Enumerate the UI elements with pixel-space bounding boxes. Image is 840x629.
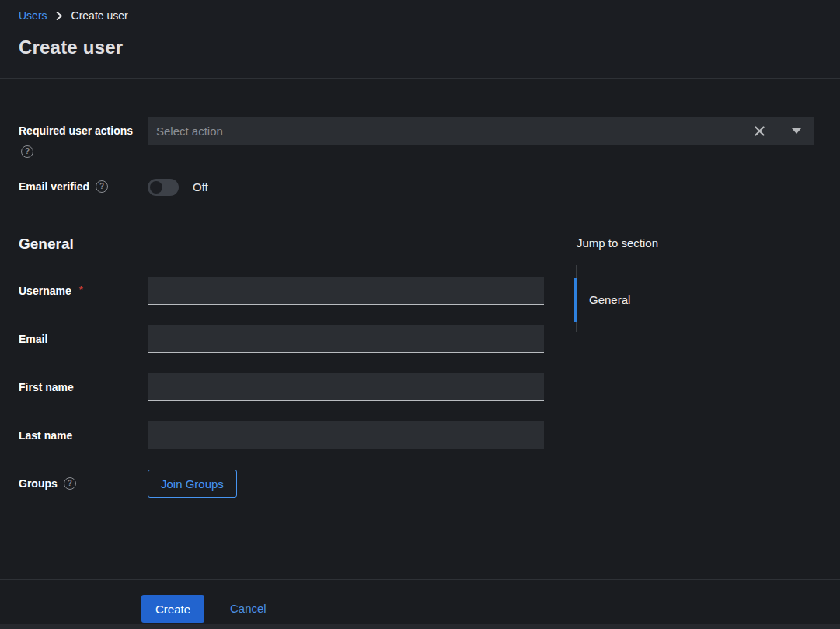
required-user-actions-label-text: Required user actions	[19, 124, 133, 137]
jump-link-general[interactable]: General	[574, 278, 675, 322]
required-user-actions-label: Required user actions	[19, 124, 133, 137]
email-label: Email	[19, 333, 47, 345]
form-action-bar: Create Cancel	[0, 579, 840, 629]
breadcrumb: Users Create user	[19, 8, 128, 23]
groups-help-icon[interactable]: ?	[64, 477, 76, 490]
required-asterisk: *	[79, 284, 83, 295]
username-label-text: Username	[19, 285, 71, 297]
email-verified-help-icon[interactable]: ?	[96, 180, 108, 193]
first-name-label: First name	[19, 381, 74, 393]
email-label-text: Email	[19, 333, 47, 345]
cancel-button[interactable]: Cancel	[230, 602, 267, 615]
last-name-label: Last name	[19, 429, 72, 442]
email-verified-label: Email verified ?	[19, 180, 108, 193]
jump-link-general-label: General	[589, 293, 630, 306]
required-actions-select[interactable]: Select action	[148, 117, 814, 145]
last-name-input[interactable]	[148, 421, 544, 449]
username-input[interactable]	[148, 277, 544, 305]
email-verified-toggle[interactable]	[148, 179, 179, 196]
username-label: Username*	[19, 285, 83, 297]
toggle-knob	[150, 181, 162, 194]
breadcrumb-link-users[interactable]: Users	[19, 9, 47, 22]
email-verified-state: Off	[193, 180, 208, 194]
general-section-heading: General	[19, 236, 74, 253]
first-name-label-text: First name	[19, 381, 74, 393]
create-user-page: Users Create user Create user Required u…	[0, 0, 840, 629]
jump-to-section-title: Jump to section	[577, 236, 658, 250]
breadcrumb-current: Create user	[71, 9, 128, 22]
email-verified-label-text: Email verified	[19, 180, 89, 193]
chevron-down-icon	[792, 128, 801, 134]
groups-label: Groups ?	[19, 477, 76, 490]
create-button[interactable]: Create	[141, 595, 204, 623]
last-name-label-text: Last name	[19, 429, 72, 442]
clear-selection-icon[interactable]	[745, 117, 773, 145]
page-header: Users Create user Create user	[0, 0, 840, 79]
join-groups-button[interactable]: Join Groups	[148, 470, 237, 498]
first-name-input[interactable]	[148, 373, 544, 401]
breadcrumb-separator-icon	[56, 12, 63, 20]
required-user-actions-help-icon[interactable]: ?	[21, 145, 33, 158]
select-toggle[interactable]	[779, 117, 814, 145]
select-placeholder: Select action	[148, 124, 745, 138]
groups-label-text: Groups	[19, 477, 58, 490]
email-input[interactable]	[148, 325, 544, 353]
scrollbar-track[interactable]	[0, 624, 840, 629]
page-title: Create user	[19, 37, 123, 58]
